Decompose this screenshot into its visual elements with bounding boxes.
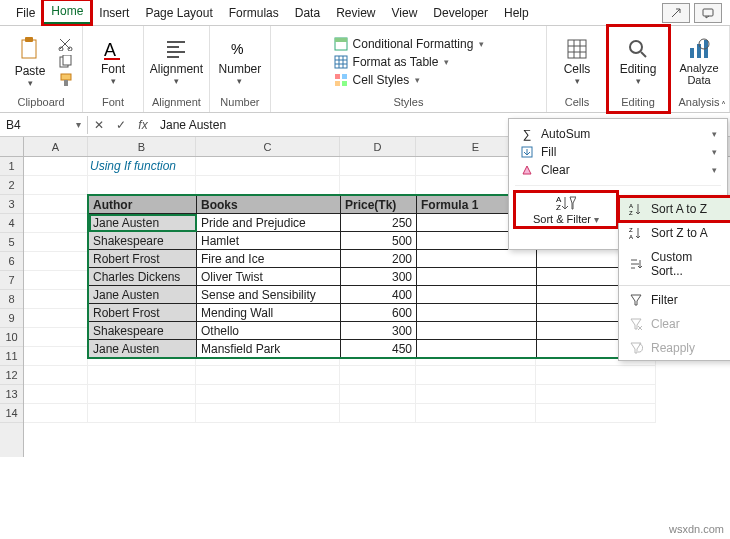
row-header-10[interactable]: 10	[0, 328, 23, 347]
table-cell[interactable]	[417, 340, 537, 358]
table-cell[interactable]: 200	[341, 250, 417, 268]
row-header-3[interactable]: 3	[0, 195, 23, 214]
tab-review[interactable]: Review	[328, 2, 383, 24]
table-cell[interactable]: Mending Wall	[197, 304, 341, 322]
table-cell[interactable]: Othello	[197, 322, 341, 340]
format-painter-icon[interactable]	[58, 73, 74, 87]
table-cell[interactable]: 500	[341, 232, 417, 250]
table-header[interactable]: Books	[197, 196, 341, 214]
table-cell[interactable]: 400	[341, 286, 417, 304]
table-cell[interactable]: 450	[341, 340, 417, 358]
sort-z-to-a-item[interactable]: ZASort Z to A	[619, 221, 730, 245]
select-all-corner[interactable]	[0, 137, 23, 157]
copy-icon[interactable]	[58, 55, 74, 69]
share-button[interactable]	[662, 3, 690, 23]
table-cell[interactable]	[417, 322, 537, 340]
paste-button[interactable]: Paste	[8, 32, 52, 92]
column-header-A[interactable]: A	[24, 137, 88, 156]
row-header-1[interactable]: 1	[0, 157, 23, 176]
name-box[interactable]: B4▾	[0, 116, 88, 134]
cut-icon[interactable]	[58, 37, 74, 51]
tab-help[interactable]: Help	[496, 2, 537, 24]
table-row[interactable]: Jane AustenMansfield Park450	[89, 340, 657, 358]
row-header-13[interactable]: 13	[0, 385, 23, 404]
svg-rect-16	[342, 74, 347, 79]
enter-formula-button[interactable]: ✓	[110, 118, 132, 132]
table-row[interactable]: Robert FrostMending Wall600	[89, 304, 657, 322]
table-cell[interactable]: Jane Austen	[89, 286, 197, 304]
cancel-formula-button[interactable]: ✕	[88, 118, 110, 132]
row-header-6[interactable]: 6	[0, 252, 23, 271]
row-header-5[interactable]: 5	[0, 233, 23, 252]
table-cell[interactable]: 600	[341, 304, 417, 322]
table-cell[interactable]	[417, 250, 537, 268]
clear-button[interactable]: Clear▾	[515, 161, 721, 179]
table-cell[interactable]: 250	[341, 214, 417, 232]
sort-filter-button[interactable]: AZ Sort & Filter ▾	[515, 192, 617, 227]
cells-button[interactable]: Cells	[555, 32, 599, 92]
table-cell[interactable]: Shakespeare	[89, 232, 197, 250]
editing-button[interactable]: Editing	[616, 32, 660, 92]
row-header-14[interactable]: 14	[0, 404, 23, 423]
table-cell[interactable]: Sense and Sensibility	[197, 286, 341, 304]
format-as-table-button[interactable]: Format as Table▾	[333, 54, 450, 70]
table-cell[interactable]: Robert Frost	[89, 304, 197, 322]
group-editing-label: Editing	[621, 94, 655, 110]
tab-home[interactable]: Home	[43, 0, 91, 25]
font-button[interactable]: A Font	[91, 32, 135, 92]
tab-data[interactable]: Data	[287, 2, 328, 24]
fx-icon[interactable]: fx	[132, 118, 154, 132]
filter-item[interactable]: Filter	[619, 288, 730, 312]
cell-styles-button[interactable]: Cell Styles▾	[333, 72, 421, 88]
table-cell[interactable]: Oliver Twist	[197, 268, 341, 286]
table-cell[interactable]: Hamlet	[197, 232, 341, 250]
svg-rect-14	[335, 56, 347, 68]
comments-button[interactable]	[694, 3, 722, 23]
number-button[interactable]: % Number	[218, 32, 262, 92]
table-cell[interactable]: Mansfield Park	[197, 340, 341, 358]
row-header-4[interactable]: 4	[0, 214, 23, 233]
table-cell[interactable]: Pride and Prejudice	[197, 214, 341, 232]
table-cell[interactable]: Charles Dickens	[89, 268, 197, 286]
table-cell[interactable]: 300	[341, 268, 417, 286]
tab-file[interactable]: File	[8, 2, 43, 24]
custom-sort-icon	[629, 257, 643, 271]
table-header[interactable]: Author	[89, 196, 197, 214]
tab-view[interactable]: View	[384, 2, 426, 24]
table-cell[interactable]	[417, 286, 537, 304]
row-header-12[interactable]: 12	[0, 366, 23, 385]
autosum-button[interactable]: ∑AutoSum▾	[515, 125, 721, 143]
sort-a-to-z-item[interactable]: AZSort A to Z	[619, 197, 730, 221]
table-cell[interactable]: Robert Frost	[89, 250, 197, 268]
analyze-data-button[interactable]: Analyze Data	[677, 32, 721, 92]
table-row[interactable]: Robert FrostFire and Ice200	[89, 250, 657, 268]
row-header-8[interactable]: 8	[0, 290, 23, 309]
table-cell[interactable]	[417, 304, 537, 322]
custom-sort-item[interactable]: Custom Sort...	[619, 245, 730, 283]
tab-page-layout[interactable]: Page Layout	[137, 2, 220, 24]
column-header-D[interactable]: D	[340, 137, 416, 156]
row-header-11[interactable]: 11	[0, 347, 23, 366]
row-header-9[interactable]: 9	[0, 309, 23, 328]
table-cell[interactable]: Jane Austen	[89, 340, 197, 358]
table-cell[interactable]: 300	[341, 322, 417, 340]
table-cell[interactable]: Shakespeare	[89, 322, 197, 340]
row-header-2[interactable]: 2	[0, 176, 23, 195]
alignment-button[interactable]: Alignment	[154, 32, 198, 92]
column-header-C[interactable]: C	[196, 137, 340, 156]
column-header-B[interactable]: B	[88, 137, 196, 156]
conditional-formatting-button[interactable]: Conditional Formatting▾	[333, 36, 485, 52]
tab-formulas[interactable]: Formulas	[221, 2, 287, 24]
table-cell[interactable]	[417, 268, 537, 286]
tab-insert[interactable]: Insert	[91, 2, 137, 24]
table-cell[interactable]: Jane Austen	[89, 214, 197, 232]
row-header-7[interactable]: 7	[0, 271, 23, 290]
table-cell[interactable]: Fire and Ice	[197, 250, 341, 268]
fill-button[interactable]: Fill▾	[515, 143, 721, 161]
tab-developer[interactable]: Developer	[425, 2, 496, 24]
table-header[interactable]: Price(Tk)	[341, 196, 417, 214]
collapse-ribbon-button[interactable]: ˄	[721, 100, 726, 111]
table-row[interactable]: Charles DickensOliver Twist300	[89, 268, 657, 286]
table-row[interactable]: Jane AustenSense and Sensibility400	[89, 286, 657, 304]
table-row[interactable]: ShakespeareOthello300	[89, 322, 657, 340]
